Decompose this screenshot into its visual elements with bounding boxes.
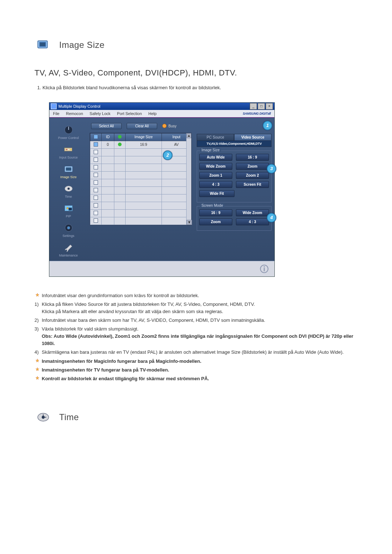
row-checkbox[interactable] bbox=[94, 203, 98, 208]
table-row bbox=[90, 156, 191, 164]
btn-screen-fit[interactable]: Screen Fit bbox=[236, 181, 269, 188]
btn-sm-4-3[interactable]: 4 : 3 bbox=[236, 218, 269, 225]
row-checkbox[interactable] bbox=[94, 196, 98, 200]
close-button[interactable]: × bbox=[266, 103, 273, 110]
row-checkbox[interactable] bbox=[94, 188, 98, 192]
btn-sm-16-9[interactable]: 16 : 9 bbox=[199, 209, 232, 216]
table-row bbox=[90, 164, 191, 171]
group-legend: Screen Mode bbox=[200, 204, 224, 208]
intro-list: Klicka på Bildstorlek bland huvudikonern… bbox=[34, 84, 363, 91]
select-all-button[interactable]: Select All bbox=[91, 123, 122, 129]
svg-point-18 bbox=[264, 266, 265, 267]
section-title-time: Time bbox=[59, 412, 79, 422]
tab-pc-source[interactable]: PC Source bbox=[197, 134, 234, 141]
row-checkbox[interactable] bbox=[94, 157, 98, 162]
btn-16-9[interactable]: 16 : 9 bbox=[236, 154, 269, 161]
info-icon bbox=[259, 264, 269, 274]
svg-rect-9 bbox=[66, 167, 71, 171]
table-row bbox=[90, 148, 191, 156]
leftnav: Power Control Input Source Image Size Ti… bbox=[49, 118, 87, 261]
svg-rect-19 bbox=[264, 268, 265, 271]
nav-input-source[interactable]: Input Source bbox=[59, 144, 78, 159]
menubar: File Remocon Safety Lock Port Selection … bbox=[49, 110, 274, 118]
row-checkbox[interactable] bbox=[94, 150, 98, 154]
btn-wide-fit[interactable]: Wide Fit bbox=[199, 190, 234, 197]
btn-4-3[interactable]: 4 : 3 bbox=[199, 181, 232, 188]
menu-remocon[interactable]: Remocon bbox=[66, 111, 83, 116]
nav-label: Image Size bbox=[60, 175, 77, 179]
row-checkbox[interactable] bbox=[94, 173, 98, 177]
row-checkbox[interactable] bbox=[94, 211, 98, 215]
notes-block: Inforutnätet visar den grundinformation … bbox=[34, 291, 363, 383]
nav-image-size[interactable]: Image Size bbox=[60, 164, 77, 179]
nav-pip[interactable]: PIP bbox=[63, 203, 74, 218]
btn-zoom-2[interactable]: Zoom 2 bbox=[236, 172, 269, 179]
source-list: TV,AV,S-Video,Component,HDMI,DTV bbox=[197, 141, 271, 147]
note-star1: Inforutnätet visar den grundinformation … bbox=[42, 291, 363, 300]
table-row bbox=[90, 202, 191, 209]
col-id[interactable]: ID bbox=[102, 133, 114, 141]
row-checkbox[interactable] bbox=[94, 218, 98, 223]
section-heading-time: Time bbox=[34, 409, 363, 426]
col-image-size[interactable]: Image Size bbox=[126, 133, 162, 141]
note-1b: Klicka på Markera allt eller använd krys… bbox=[42, 309, 223, 314]
maximize-button[interactable]: □ bbox=[258, 103, 265, 110]
svg-point-6 bbox=[68, 149, 69, 150]
callout-2: 2 bbox=[163, 151, 172, 160]
clear-all-button[interactable]: Clear All bbox=[127, 123, 157, 129]
section-heading: Image Size bbox=[34, 36, 363, 54]
nav-maintenance[interactable]: Maintenance bbox=[59, 242, 78, 257]
svg-point-16 bbox=[67, 226, 70, 229]
row-checkbox[interactable] bbox=[94, 165, 98, 169]
nav-time[interactable]: Time bbox=[63, 183, 74, 198]
busy-dot-icon bbox=[162, 124, 167, 128]
svg-point-7 bbox=[70, 149, 72, 150]
row-checkbox[interactable] bbox=[94, 142, 98, 147]
table-row[interactable]: 0 16:9 AV bbox=[90, 141, 191, 148]
tab-video-source[interactable]: Video Source bbox=[234, 134, 271, 141]
time-icon bbox=[34, 409, 52, 426]
intro-item: Klicka på Bildstorlek bland huvudikonern… bbox=[42, 84, 363, 91]
table-row bbox=[90, 217, 191, 225]
table-row bbox=[90, 179, 191, 186]
svg-point-5 bbox=[66, 149, 67, 150]
busy-indicator: Busy bbox=[162, 124, 176, 128]
btn-wide-zoom[interactable]: Wide Zoom bbox=[199, 163, 232, 170]
app-icon bbox=[51, 103, 57, 109]
minimize-button[interactable]: _ bbox=[250, 103, 257, 110]
nav-label: Power Control bbox=[58, 136, 79, 140]
mdc-window: Multiple Display Control _ □ × File Remo… bbox=[49, 102, 275, 277]
svg-point-11 bbox=[68, 188, 70, 190]
btn-sm-wide-zoom[interactable]: Wide Zoom bbox=[236, 209, 269, 216]
note-1a: Klicka på fliken Video Source för att ju… bbox=[42, 301, 255, 307]
btn-auto-wide[interactable]: Auto Wide bbox=[199, 154, 232, 161]
btn-zoom-1[interactable]: Zoom 1 bbox=[199, 172, 232, 179]
header-checkbox[interactable] bbox=[94, 135, 98, 139]
nav-label: Maintenance bbox=[59, 254, 78, 257]
nav-settings[interactable]: Settings bbox=[62, 222, 74, 238]
app-footer bbox=[49, 261, 274, 276]
cell-image-size: 16:9 bbox=[126, 141, 162, 148]
nav-label: Settings bbox=[62, 234, 74, 238]
scrollbar[interactable]: ▲ ▼ bbox=[186, 133, 191, 225]
btn-zoom[interactable]: Zoom bbox=[236, 163, 269, 170]
menu-file[interactable]: File bbox=[53, 111, 60, 116]
app-body: Power Control Input Source Image Size Ti… bbox=[49, 118, 274, 261]
titlebar: Multiple Display Control _ □ × bbox=[49, 103, 274, 110]
btn-sm-zoom[interactable]: Zoom bbox=[199, 218, 232, 225]
star-icon bbox=[34, 366, 40, 374]
window-title: Multiple Display Control bbox=[58, 104, 101, 108]
menu-safety-lock[interactable]: Safety Lock bbox=[90, 111, 110, 116]
table-row bbox=[90, 186, 191, 194]
group-legend: Image Size bbox=[200, 148, 221, 152]
note-3a: Växla bildstorlek för vald skärm slumpmä… bbox=[42, 326, 139, 332]
note-4: Skärmlägena kan bara justeras när en TV … bbox=[42, 348, 363, 357]
nav-power-control[interactable]: Power Control bbox=[58, 124, 79, 140]
note-3b: Obs: Auto Wide (Autovidvinkel), Zoom1 oc… bbox=[42, 333, 353, 346]
note-2: Inforutnätet visar bara den skärm som ha… bbox=[42, 316, 363, 325]
menu-help[interactable]: Help bbox=[148, 111, 157, 116]
menu-port-selection[interactable]: Port Selection bbox=[117, 111, 142, 116]
svg-point-14 bbox=[66, 207, 68, 209]
row-checkbox[interactable] bbox=[94, 180, 98, 185]
table-row bbox=[90, 171, 191, 179]
